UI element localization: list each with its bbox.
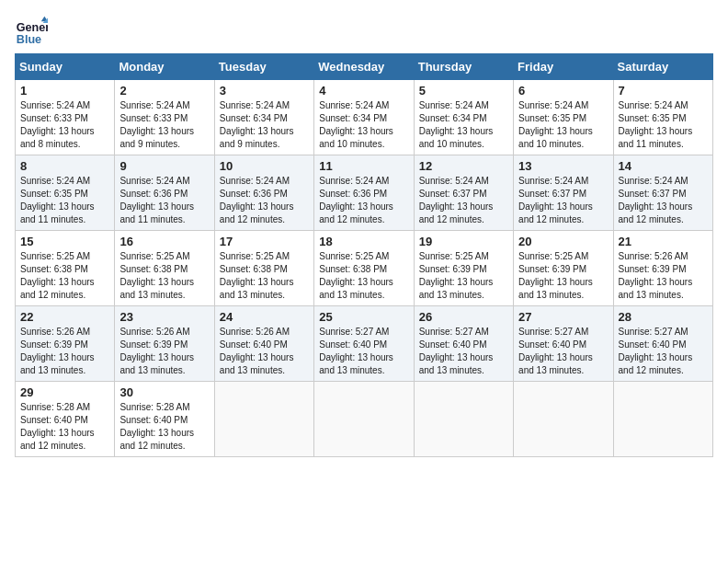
header-friday: Friday	[514, 54, 613, 80]
calendar-cell: 16Sunrise: 5:25 AMSunset: 6:38 PMDayligh…	[115, 231, 214, 306]
day-number: 9	[119, 159, 209, 173]
logo-icon: General Blue	[15, 15, 48, 48]
day-number: 14	[619, 159, 708, 173]
header-wednesday: Wednesday	[314, 54, 414, 80]
day-info: Sunrise: 5:26 AMSunset: 6:39 PMDaylight:…	[119, 326, 209, 377]
calendar-cell	[314, 382, 414, 457]
day-info: Sunrise: 5:27 AMSunset: 6:40 PMDaylight:…	[619, 326, 708, 377]
day-number: 28	[619, 310, 708, 324]
day-number: 16	[119, 235, 209, 248]
day-number: 10	[220, 159, 309, 173]
day-info: Sunrise: 5:24 AMSunset: 6:37 PMDaylight:…	[619, 175, 708, 226]
calendar-cell: 1Sunrise: 5:24 AMSunset: 6:33 PMDaylight…	[16, 80, 115, 155]
day-number: 19	[419, 235, 508, 248]
day-number: 1	[20, 84, 109, 98]
day-info: Sunrise: 5:25 AMSunset: 6:38 PMDaylight:…	[20, 250, 109, 302]
calendar-cell: 30Sunrise: 5:28 AMSunset: 6:40 PMDayligh…	[115, 382, 214, 457]
day-number: 4	[319, 84, 408, 98]
day-number: 15	[20, 235, 109, 248]
calendar-cell: 9Sunrise: 5:24 AMSunset: 6:36 PMDaylight…	[115, 155, 214, 231]
calendar-header-row: SundayMondayTuesdayWednesdayThursdayFrid…	[16, 54, 713, 80]
calendar-cell: 10Sunrise: 5:24 AMSunset: 6:36 PMDayligh…	[214, 155, 313, 231]
header-sunday: Sunday	[16, 54, 115, 80]
day-number: 25	[319, 310, 408, 324]
day-info: Sunrise: 5:24 AMSunset: 6:34 PMDaylight:…	[220, 99, 309, 151]
day-info: Sunrise: 5:24 AMSunset: 6:36 PMDaylight:…	[119, 175, 209, 226]
day-info: Sunrise: 5:25 AMSunset: 6:38 PMDaylight:…	[220, 250, 309, 302]
header: General Blue	[15, 15, 713, 48]
header-monday: Monday	[115, 54, 214, 80]
day-number: 7	[619, 84, 708, 98]
calendar-cell: 5Sunrise: 5:24 AMSunset: 6:34 PMDaylight…	[414, 80, 513, 155]
day-info: Sunrise: 5:24 AMSunset: 6:34 PMDaylight:…	[319, 99, 408, 151]
day-info: Sunrise: 5:26 AMSunset: 6:39 PMDaylight:…	[619, 250, 708, 302]
calendar-cell: 19Sunrise: 5:25 AMSunset: 6:39 PMDayligh…	[414, 231, 513, 306]
calendar-cell: 13Sunrise: 5:24 AMSunset: 6:37 PMDayligh…	[514, 155, 613, 231]
logo: General Blue	[15, 15, 51, 48]
calendar-cell: 12Sunrise: 5:24 AMSunset: 6:37 PMDayligh…	[414, 155, 513, 231]
calendar-cell: 14Sunrise: 5:24 AMSunset: 6:37 PMDayligh…	[613, 155, 712, 231]
day-info: Sunrise: 5:24 AMSunset: 6:35 PMDaylight:…	[20, 175, 109, 226]
day-info: Sunrise: 5:25 AMSunset: 6:39 PMDaylight:…	[419, 250, 508, 302]
day-info: Sunrise: 5:25 AMSunset: 6:39 PMDaylight:…	[518, 250, 608, 302]
day-info: Sunrise: 5:24 AMSunset: 6:35 PMDaylight:…	[518, 99, 608, 151]
header-tuesday: Tuesday	[214, 54, 313, 80]
calendar-cell: 23Sunrise: 5:26 AMSunset: 6:39 PMDayligh…	[115, 306, 214, 382]
day-number: 26	[419, 310, 508, 324]
header-saturday: Saturday	[613, 54, 712, 80]
calendar-cell: 28Sunrise: 5:27 AMSunset: 6:40 PMDayligh…	[613, 306, 712, 382]
calendar-week-4: 22Sunrise: 5:26 AMSunset: 6:39 PMDayligh…	[16, 306, 713, 382]
day-info: Sunrise: 5:24 AMSunset: 6:36 PMDaylight:…	[220, 175, 309, 226]
calendar-cell: 29Sunrise: 5:28 AMSunset: 6:40 PMDayligh…	[16, 382, 115, 457]
day-info: Sunrise: 5:26 AMSunset: 6:40 PMDaylight:…	[220, 326, 309, 377]
day-info: Sunrise: 5:24 AMSunset: 6:36 PMDaylight:…	[319, 175, 408, 226]
calendar-cell	[514, 382, 613, 457]
day-number: 2	[119, 84, 209, 98]
calendar-cell: 18Sunrise: 5:25 AMSunset: 6:38 PMDayligh…	[314, 231, 414, 306]
calendar-cell: 21Sunrise: 5:26 AMSunset: 6:39 PMDayligh…	[613, 231, 712, 306]
calendar-cell: 3Sunrise: 5:24 AMSunset: 6:34 PMDaylight…	[214, 80, 313, 155]
day-number: 12	[419, 159, 508, 173]
calendar-cell: 15Sunrise: 5:25 AMSunset: 6:38 PMDayligh…	[16, 231, 115, 306]
day-number: 23	[119, 310, 209, 324]
day-number: 13	[518, 159, 608, 173]
day-number: 22	[20, 310, 109, 324]
day-info: Sunrise: 5:24 AMSunset: 6:35 PMDaylight:…	[619, 99, 708, 151]
day-number: 29	[20, 385, 109, 399]
calendar-cell: 27Sunrise: 5:27 AMSunset: 6:40 PMDayligh…	[514, 306, 613, 382]
calendar-cell: 8Sunrise: 5:24 AMSunset: 6:35 PMDaylight…	[16, 155, 115, 231]
calendar-week-2: 8Sunrise: 5:24 AMSunset: 6:35 PMDaylight…	[16, 155, 713, 231]
day-number: 21	[619, 235, 708, 248]
day-info: Sunrise: 5:28 AMSunset: 6:40 PMDaylight:…	[20, 401, 109, 453]
day-number: 30	[119, 385, 209, 399]
svg-text:Blue: Blue	[17, 33, 41, 46]
day-info: Sunrise: 5:24 AMSunset: 6:34 PMDaylight:…	[419, 99, 508, 151]
calendar-cell	[613, 382, 712, 457]
day-info: Sunrise: 5:28 AMSunset: 6:40 PMDaylight:…	[119, 401, 209, 453]
day-info: Sunrise: 5:25 AMSunset: 6:38 PMDaylight:…	[319, 250, 408, 302]
day-info: Sunrise: 5:25 AMSunset: 6:38 PMDaylight:…	[119, 250, 209, 302]
calendar: SundayMondayTuesdayWednesdayThursdayFrid…	[15, 53, 713, 457]
day-number: 5	[419, 84, 508, 98]
calendar-week-5: 29Sunrise: 5:28 AMSunset: 6:40 PMDayligh…	[16, 382, 713, 457]
day-info: Sunrise: 5:24 AMSunset: 6:37 PMDaylight:…	[419, 175, 508, 226]
day-number: 11	[319, 159, 408, 173]
day-info: Sunrise: 5:27 AMSunset: 6:40 PMDaylight:…	[319, 326, 408, 377]
calendar-cell	[214, 382, 313, 457]
calendar-cell: 24Sunrise: 5:26 AMSunset: 6:40 PMDayligh…	[214, 306, 313, 382]
calendar-cell: 11Sunrise: 5:24 AMSunset: 6:36 PMDayligh…	[314, 155, 414, 231]
calendar-week-3: 15Sunrise: 5:25 AMSunset: 6:38 PMDayligh…	[16, 231, 713, 306]
day-info: Sunrise: 5:26 AMSunset: 6:39 PMDaylight:…	[20, 326, 109, 377]
day-number: 3	[220, 84, 309, 98]
calendar-cell: 26Sunrise: 5:27 AMSunset: 6:40 PMDayligh…	[414, 306, 513, 382]
day-info: Sunrise: 5:24 AMSunset: 6:33 PMDaylight:…	[20, 99, 109, 151]
calendar-cell: 4Sunrise: 5:24 AMSunset: 6:34 PMDaylight…	[314, 80, 414, 155]
calendar-cell	[414, 382, 513, 457]
day-number: 17	[220, 235, 309, 248]
day-number: 8	[20, 159, 109, 173]
day-number: 20	[518, 235, 608, 248]
calendar-cell: 25Sunrise: 5:27 AMSunset: 6:40 PMDayligh…	[314, 306, 414, 382]
calendar-cell: 7Sunrise: 5:24 AMSunset: 6:35 PMDaylight…	[613, 80, 712, 155]
calendar-cell: 6Sunrise: 5:24 AMSunset: 6:35 PMDaylight…	[514, 80, 613, 155]
header-thursday: Thursday	[414, 54, 513, 80]
